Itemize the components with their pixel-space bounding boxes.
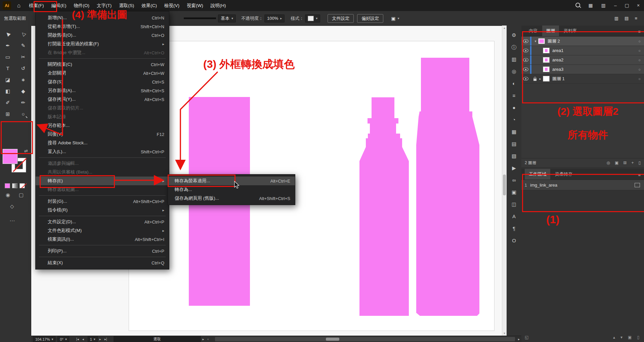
swatches-icon[interactable]: ▦: [506, 129, 522, 135]
trash-icon[interactable]: ▯: [637, 335, 639, 340]
menu-item-27[interactable]: 文件色彩模式(M)▸: [36, 226, 169, 235]
move-down-icon[interactable]: ▾: [620, 335, 622, 340]
tab-工作區域[interactable]: 工作區域: [525, 169, 550, 180]
status-play-icon[interactable]: ▸: [201, 337, 206, 341]
horizontal-scrollbar[interactable]: [215, 337, 515, 341]
appearance-icon[interactable]: ▤: [506, 141, 522, 147]
layer-row-3[interactable]: area3○: [521, 65, 644, 74]
style-select[interactable]: ▾: [305, 14, 320, 22]
menu-item-32[interactable]: 結束(X)Ctrl+Q: [36, 258, 169, 267]
menu-item-1[interactable]: 轉存為...: [168, 185, 295, 194]
resize-icon[interactable]: ◱: [525, 335, 528, 340]
search-icon[interactable]: [571, 0, 584, 11]
menu-item-20[interactable]: 轉存(E)▸: [36, 177, 169, 185]
scissors-tool-icon[interactable]: ✂: [19, 54, 27, 60]
menu-item-3[interactable]: 打開最近使用過的檔案(F)▸: [36, 40, 169, 48]
status-collapse-icon[interactable]: ‹: [206, 337, 210, 341]
last-artboard-icon[interactable]: ▸|: [103, 337, 109, 341]
rotation-select[interactable]: 0°▾: [57, 336, 69, 342]
paintbrush-tool-icon[interactable]: ✐: [4, 99, 12, 106]
target-icon[interactable]: ○: [638, 49, 641, 53]
panel-menu-icon[interactable]: ≡: [638, 173, 641, 180]
artboard-tool-icon[interactable]: ⊞: [4, 111, 12, 117]
paragraph-icon[interactable]: ¶: [506, 226, 522, 231]
shape-widget-icon[interactable]: ◇: [10, 203, 14, 209]
target-icon[interactable]: ○: [638, 77, 641, 81]
artboard-number-select[interactable]: 1▾: [88, 336, 98, 342]
menubar-item-2[interactable]: 物件(O): [70, 0, 93, 11]
minimize-button[interactable]: –: [610, 0, 621, 11]
tab-資產轉存[interactable]: 資產轉存: [551, 169, 576, 180]
scroll-up-icon[interactable]: ▴: [502, 26, 507, 30]
shape-builder-tool-icon[interactable]: ◧: [4, 88, 12, 95]
menu-item-1[interactable]: 從範本新增(T)...Shift+Ctrl+N: [36, 22, 169, 31]
visibility-toggle[interactable]: [521, 77, 530, 81]
menu-item-16[interactable]: 置入(L)...Shift+Ctrl+P: [36, 147, 169, 156]
delete-layer-icon[interactable]: ▯: [638, 160, 641, 165]
zoom-select[interactable]: 104.17%▾: [33, 336, 55, 342]
character-icon[interactable]: A: [506, 213, 522, 219]
menu-item-8[interactable]: 儲存(S)Ctrl+S: [36, 78, 169, 86]
layer-row-2[interactable]: area2○: [521, 55, 644, 65]
menubar-item-7[interactable]: 視窗(W): [183, 0, 207, 11]
layer-row-0[interactable]: ▾圖層 2○: [521, 37, 644, 46]
horizontal-scroll-thumb[interactable]: [326, 338, 339, 341]
locate-icon[interactable]: ◎: [606, 160, 610, 165]
menu-item-13[interactable]: 另存範本...: [36, 121, 169, 130]
opacity-icon[interactable]: O: [506, 238, 522, 243]
swap-fill-stroke-icon[interactable]: ⇄: [24, 148, 28, 153]
artboard-row-0[interactable]: 1img_link_area: [521, 180, 644, 190]
visibility-toggle[interactable]: [521, 67, 530, 71]
menubar-item-4[interactable]: 選取(S): [115, 0, 138, 11]
scroll-down-icon[interactable]: ▾: [502, 332, 507, 335]
tab-圖層[interactable]: 圖層: [542, 26, 559, 36]
home-icon[interactable]: ⌂: [17, 2, 20, 9]
menu-item-15[interactable]: 搜尋 Adobe Stock...: [36, 139, 169, 147]
menubar-item-0[interactable]: 檔案(F): [25, 0, 47, 11]
tab-資料庫[interactable]: 資料庫: [560, 26, 581, 36]
color-guide-icon[interactable]: ◔: [506, 117, 522, 123]
menu-item-2[interactable]: 儲存為網頁用 (舊版)...Alt+Shift+Ctrl+S: [168, 194, 295, 203]
menu-item-28[interactable]: 檔案資訊(I)...Alt+Shift+Ctrl+I: [36, 235, 169, 244]
actions-icon[interactable]: ▶: [506, 165, 522, 171]
snap-options[interactable]: ▣▾: [389, 15, 401, 22]
expand-icon[interactable]: ▾: [533, 39, 538, 43]
layer-row-1[interactable]: area1○: [521, 46, 644, 55]
fill-color-swatch[interactable]: [3, 149, 17, 164]
color-chip[interactable]: [5, 183, 10, 188]
layer-row-4[interactable]: ▸圖層 1○: [521, 74, 644, 84]
pen-tool-icon[interactable]: ✒: [4, 42, 12, 49]
first-artboard-icon[interactable]: |◂: [75, 337, 81, 341]
rectangle-tool-icon[interactable]: ▭: [4, 54, 12, 60]
target-icon[interactable]: ○: [638, 39, 641, 43]
share-icon[interactable]: ▥: [597, 0, 610, 11]
target-icon[interactable]: ○: [638, 67, 641, 71]
magic-wand-tool-icon[interactable]: ∗: [19, 77, 27, 83]
vertical-scroll-thumb[interactable]: [503, 175, 506, 195]
more-tools-icon[interactable]: …: [9, 216, 15, 223]
menubar-item-5[interactable]: 效果(C): [138, 0, 161, 11]
menu-item-23[interactable]: 封裝(G)...Alt+Shift+Ctrl+P: [36, 197, 169, 206]
menu-item-2[interactable]: 開啟舊檔(O)...Ctrl+O: [36, 31, 169, 40]
new-sublayer-icon[interactable]: ⊞: [623, 160, 627, 165]
menubar-item-8[interactable]: 說明(H): [207, 0, 230, 11]
menu-item-14[interactable]: 回復(V)F12: [36, 130, 169, 139]
workspace-switcher-icon[interactable]: ▦: [584, 0, 597, 11]
menubar-item-6[interactable]: 檢視(V): [161, 0, 183, 11]
direct-selection-tool-icon[interactable]: ▷: [18, 29, 28, 39]
menubar-item-3[interactable]: 文字(T): [93, 0, 115, 11]
libraries-icon[interactable]: ◫: [506, 201, 522, 207]
menu-item-24[interactable]: 指令檔(R)▸: [36, 206, 169, 214]
document-setup-button[interactable]: 文件設定: [328, 14, 354, 23]
panel-menu-icon[interactable]: ≡: [638, 29, 641, 36]
move-up-icon[interactable]: ▴: [613, 335, 615, 340]
info-icon[interactable]: ⓘ: [506, 44, 522, 51]
eraser-tool-icon[interactable]: ◪: [4, 77, 12, 83]
new-layer-icon[interactable]: +: [631, 160, 634, 165]
curvature-tool-icon[interactable]: ✎: [19, 42, 27, 49]
tab-內容[interactable]: 內容: [525, 26, 542, 36]
zoom-tool-icon[interactable]: ○: [19, 111, 27, 117]
graph-icon[interactable]: ▥: [506, 56, 522, 62]
pencil-tool-icon[interactable]: ✏: [19, 99, 27, 106]
menu-item-26[interactable]: 文件設定(D)...Alt+Ctrl+P: [36, 217, 169, 226]
